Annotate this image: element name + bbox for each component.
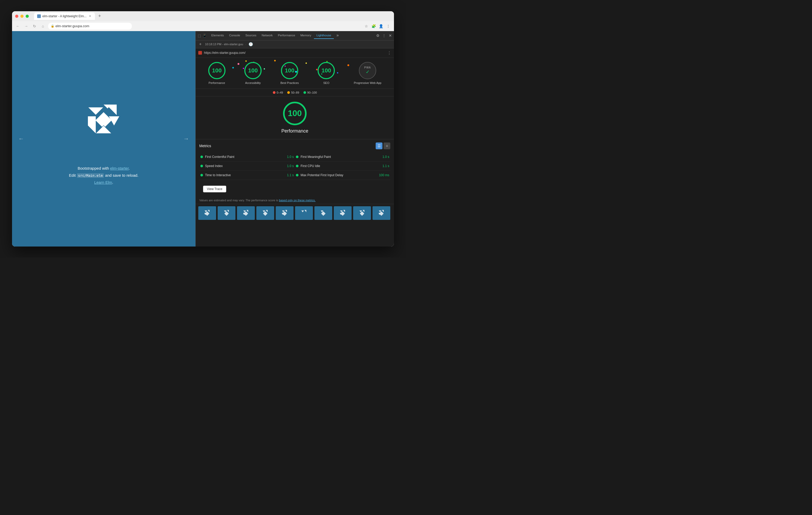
extensions-icon[interactable]: 🧩	[370, 23, 377, 29]
view-trace-container: View Trace	[196, 183, 394, 196]
accessibility-circle: 100	[244, 62, 262, 79]
filmstrip-icon-4	[261, 209, 269, 217]
filmstrip-icon-3	[242, 209, 250, 217]
tab-favicon	[37, 14, 41, 18]
seo-label: SEO	[323, 81, 329, 85]
svg-rect-18	[224, 211, 229, 216]
settings-icon[interactable]: ⚙	[375, 33, 380, 38]
svg-marker-31	[304, 210, 306, 212]
calendar-icon[interactable]: 🕐	[248, 41, 254, 47]
tab-elements[interactable]: Elements	[209, 32, 227, 39]
tab-sources[interactable]: Sources	[243, 32, 259, 39]
metric-fci: First CPU Idle 1.1 s	[295, 161, 390, 171]
bookmark-icon[interactable]: ☆	[363, 23, 369, 29]
svg-marker-5	[96, 125, 111, 133]
close-button[interactable]	[15, 14, 18, 18]
tab-more[interactable]: »	[334, 31, 341, 40]
metric-fci-dot	[296, 165, 298, 167]
svg-marker-0	[88, 107, 104, 115]
tab-console[interactable]: Console	[227, 32, 243, 39]
legend-red-dot	[273, 91, 276, 94]
right-arrow[interactable]: →	[183, 135, 189, 142]
svg-marker-35	[343, 210, 345, 212]
legend-green: 90–100	[303, 91, 317, 94]
filmstrip-frame-10	[373, 206, 390, 220]
scores-panel: 100 Performance 100 Accessibility	[196, 58, 394, 246]
metrics-link[interactable]: based only on these metrics.	[279, 199, 316, 202]
tab-close-button[interactable]: ✕	[88, 14, 92, 18]
svg-marker-22	[243, 213, 244, 215]
profile-icon[interactable]: 👤	[378, 23, 384, 29]
tab-network[interactable]: Network	[259, 32, 275, 39]
grid-view-button[interactable]: ☰	[376, 143, 382, 149]
filmstrip-frame-5	[276, 206, 293, 220]
tab-lighthouse[interactable]: Lighthouse	[314, 32, 334, 39]
metrics-toggle: ☰ ≡	[376, 143, 390, 149]
menu-icon[interactable]: ⋮	[385, 23, 392, 29]
metrics-header: Metrics ☰ ≡	[199, 143, 390, 149]
devtools-url: https://elm-starter.guupa.com/	[204, 51, 245, 55]
vertical-dots-icon[interactable]: ⋮	[381, 33, 387, 38]
svg-rect-33	[321, 211, 325, 216]
left-arrow[interactable]: ←	[18, 135, 24, 142]
bootstrapped-text: Bootstrapped with elm-starter. Bootstrap…	[69, 165, 139, 172]
legend-red-label: 0–49	[277, 91, 283, 94]
metric-fcp-name: First Contentful Paint	[205, 155, 285, 159]
page-text: Bootstrapped with elm-starter. Bootstrap…	[69, 165, 139, 186]
filmstrip-frame-6	[295, 206, 313, 220]
accessibility-value: 100	[248, 67, 258, 74]
metric-si-name: Speed Index	[205, 164, 285, 168]
reload-button[interactable]: ↻	[31, 23, 38, 29]
elm-starter-link[interactable]: elm-starter	[110, 166, 129, 171]
disclaimer: Values are estimated and may vary. The p…	[196, 196, 394, 204]
address-text: elm-starter.guupa.com	[55, 24, 89, 28]
scores-top-area: 100 Performance 100 Accessibility	[196, 58, 394, 89]
tab-bar: elm-starter - A lightweight Elm... ✕ +	[34, 12, 103, 20]
forward-button[interactable]: →	[23, 23, 29, 29]
main-content: ← →	[12, 31, 394, 246]
new-tab-button[interactable]: +	[96, 12, 103, 20]
active-tab[interactable]: elm-starter - A lightweight Elm... ✕	[34, 12, 95, 20]
pwa-badge: PWA ✓	[359, 62, 376, 79]
maximize-button[interactable]	[26, 14, 29, 18]
svg-marker-29	[282, 213, 283, 215]
list-view-button[interactable]: ≡	[383, 143, 390, 149]
best-practices-value: 100	[285, 67, 295, 74]
score-seo: 100 SEO	[318, 62, 335, 85]
devtools-panel: ⬚ 📱 Elements Console Sources Network Per…	[196, 31, 394, 246]
metric-tti-dot	[200, 174, 203, 177]
legend-orange: 50–89	[287, 91, 299, 94]
learn-elm-link[interactable]: Learn Elm	[94, 180, 112, 185]
big-score-section: 100 Performance	[196, 96, 394, 139]
address-input[interactable]: 🔒 elm-starter.guupa.com	[48, 23, 132, 30]
metric-fcp-dot	[200, 156, 203, 158]
metric-mpfid: Max Potential First Input Delay 100 ms	[295, 171, 390, 180]
filmstrip-frame-1	[198, 206, 216, 220]
svg-marker-30	[301, 210, 304, 212]
svg-marker-24	[266, 210, 268, 212]
metric-fmp-dot	[296, 156, 298, 158]
home-button[interactable]: ⌂	[40, 23, 46, 29]
legend-orange-dot	[287, 91, 290, 94]
minimize-button[interactable]	[21, 14, 24, 18]
tab-memory[interactable]: Memory	[298, 32, 314, 39]
code-snippet: src/Main.elm	[77, 173, 104, 178]
device-icon[interactable]: 📱	[202, 33, 207, 38]
inspect-icon[interactable]: ⬚	[197, 33, 202, 38]
tab-performance[interactable]: Performance	[275, 32, 298, 39]
pwa-check-icon: ✓	[366, 69, 370, 75]
view-trace-button[interactable]: View Trace	[203, 186, 226, 192]
score-pwa: PWA ✓ Progressive Web App	[354, 62, 381, 85]
metric-mpfid-dot	[296, 174, 298, 177]
browser-window: elm-starter - A lightweight Elm... ✕ + ←…	[12, 11, 394, 246]
add-icon[interactable]: +	[198, 41, 203, 47]
devtools-url-menu[interactable]: ⋮	[387, 51, 392, 55]
metric-fcp: First Contentful Paint 1.0 s	[199, 152, 295, 161]
svg-marker-44	[379, 213, 380, 215]
metric-tti-value: 1.1 s	[287, 173, 294, 177]
back-button[interactable]: ←	[14, 23, 21, 29]
metrics-grid: First Contentful Paint 1.0 s First Meani…	[199, 152, 390, 180]
edit-text: Edit Edit src/Main.elm and save to reloa…	[69, 172, 139, 179]
toolbar-separator: -	[245, 42, 246, 46]
close-devtools-icon[interactable]: ✕	[388, 33, 393, 38]
